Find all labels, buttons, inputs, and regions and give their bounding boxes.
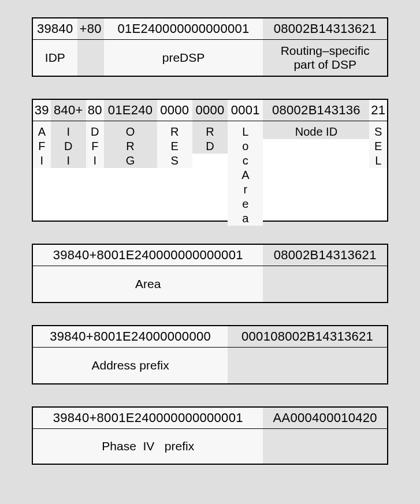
hex-seg: 0000 [192, 100, 228, 121]
hex-seg: 01E240 [104, 100, 157, 121]
label-phase-iv-prefix: Phase IV prefix [33, 429, 263, 464]
hex-row: 39840 +80 01E240000000000001 08002B14313… [33, 18, 387, 40]
label-idi: IDI [51, 121, 86, 168]
nsap-block-phase-iv-prefix: 39840+8001E240000000000001 AA00040001042… [32, 406, 388, 465]
label-row: Phase IV prefix [33, 429, 387, 464]
hex-seg: 39840+8001E240000000000001 [33, 245, 263, 266]
label-predsp: preDSP [104, 40, 263, 76]
hex-seg: 08002B14313621 [263, 245, 387, 266]
label-nodeid: Node ID [263, 121, 369, 139]
hex-seg: 0001 [228, 100, 263, 121]
hex-row: 39840+8001E240000000000001 AA00040001042… [33, 408, 387, 429]
hex-row: 39 840+ 80 01E240 0000 0000 0001 08002B1… [33, 100, 387, 121]
label-row: IDP preDSP Routing–specific part of DSP [33, 40, 387, 76]
hex-seg: 39 [33, 100, 51, 121]
hex-seg: 08002B143136 [263, 100, 369, 121]
label-address-prefix: Address prefix [33, 348, 228, 383]
label-row: Address prefix [33, 348, 387, 383]
label-afi: AFI [33, 121, 51, 168]
hex-seg: 08002B14313621 [263, 18, 387, 39]
label-empty [263, 429, 387, 464]
hex-seg: 840+ [51, 100, 86, 121]
label-empty [263, 266, 387, 302]
label-row: Area [33, 266, 387, 302]
hex-seg: 01E240000000000001 [104, 18, 263, 39]
label-row: AFI IDI DFI ORG RES RD LocArea Node ID S… [33, 121, 387, 221]
nsap-block-address-prefix: 39840+8001E24000000000 000108002B1431362… [32, 325, 388, 384]
hex-seg: AA000400010420 [263, 408, 387, 428]
label-locarea: LocArea [228, 121, 263, 226]
hex-row: 39840+8001E24000000000 000108002B1431362… [33, 326, 387, 348]
hex-seg: 0000 [157, 100, 192, 121]
hex-seg: 000108002B14313621 [228, 326, 387, 347]
hex-seg: 39840+8001E240000000000001 [33, 408, 263, 428]
label-empty [228, 348, 387, 383]
hex-row: 39840+8001E240000000000001 08002B1431362… [33, 245, 387, 266]
hex-seg: 39840+8001E24000000000 [33, 326, 228, 347]
nsap-block-area: 39840+8001E240000000000001 08002B1431362… [32, 244, 388, 303]
label-rd: RD [192, 121, 228, 154]
hex-seg: 80 [86, 100, 104, 121]
label-res: RES [157, 121, 192, 168]
label-sel: SEL [369, 121, 387, 168]
hex-seg: +80 [77, 18, 104, 39]
nsap-block-idp-dsp: 39840 +80 01E240000000000001 08002B14313… [32, 17, 388, 77]
label-org: ORG [104, 121, 157, 168]
hex-seg: 21 [369, 100, 387, 121]
label-idp: IDP [33, 40, 77, 76]
label-area: Area [33, 266, 263, 302]
label-dfi: DFI [86, 121, 104, 168]
nsap-block-fields: 39 840+ 80 01E240 0000 0000 0001 08002B1… [32, 99, 388, 222]
label-spacer [77, 40, 104, 76]
label-routing: Routing–specific part of DSP [263, 40, 387, 76]
hex-seg: 39840 [33, 18, 77, 39]
